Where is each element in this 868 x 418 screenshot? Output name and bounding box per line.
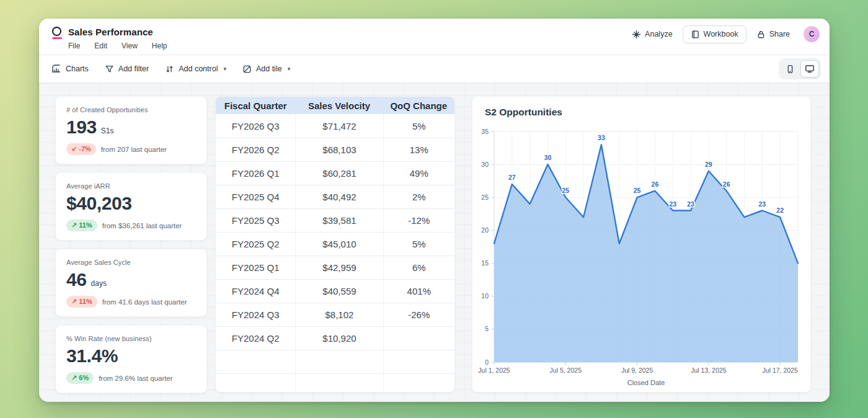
add-filter-button[interactable]: Add filter xyxy=(105,64,149,74)
table-cell[interactable]: FY2024 Q2 xyxy=(216,327,295,350)
table-cell[interactable]: $10,920 xyxy=(295,327,383,350)
table-cell[interactable]: FY2026 Q3 xyxy=(216,114,295,138)
y-axis-tick-label: 30 xyxy=(481,161,489,168)
chart-data-label: 30 xyxy=(544,154,552,161)
table-cell[interactable]: 401% xyxy=(383,280,454,303)
table-cell[interactable]: -26% xyxy=(383,303,454,326)
table-cell xyxy=(295,350,383,373)
table-cell[interactable]: FY2025 Q3 xyxy=(216,209,295,232)
table-cell[interactable]: $42,959 xyxy=(295,256,383,279)
table-cell[interactable]: $68,103 xyxy=(295,138,383,161)
table-row: FY2025 Q3$39,581-12% xyxy=(216,208,454,232)
kpi-card[interactable]: Average Sales Cycle46days↗ 11%from 41.6 … xyxy=(55,249,207,317)
menu-file[interactable]: File xyxy=(68,42,80,50)
column-header-sales-velocity[interactable]: Sales Velocity xyxy=(295,97,383,114)
s2-opportunities-area-chart[interactable]: 05101520253035Jul 1, 2025Jul 5, 2025Jul … xyxy=(472,124,812,393)
add-control-button[interactable]: Add control ▾ xyxy=(165,64,226,74)
chart-data-label: 23 xyxy=(759,200,766,208)
table-row: FY2024 Q3$8,102-26% xyxy=(216,303,454,326)
chart-data-label: 26 xyxy=(723,180,730,188)
table-cell[interactable]: FY2025 Q2 xyxy=(216,233,295,256)
table-cell[interactable]: 13% xyxy=(383,138,454,161)
menubar: File Edit View Help xyxy=(68,42,167,50)
table-cell[interactable]: $71,472 xyxy=(295,114,383,138)
column-header-qoq-change[interactable]: QoQ Change xyxy=(383,97,454,114)
y-axis-tick-label: 10 xyxy=(481,292,489,300)
y-axis-tick-label: 25 xyxy=(481,193,489,201)
device-toggle xyxy=(779,58,821,79)
table-cell[interactable]: 5% xyxy=(383,114,454,138)
chart-data-label: 23 xyxy=(669,200,676,208)
table-cell[interactable]: FY2026 Q1 xyxy=(216,162,295,185)
table-cell[interactable]: 5% xyxy=(383,233,454,256)
user-avatar[interactable]: C xyxy=(804,26,820,42)
table-cell[interactable]: FY2024 Q3 xyxy=(216,303,295,326)
y-axis-tick-label: 35 xyxy=(481,128,489,135)
kpi-column: # of Created Opportunities193S1s↙ -7%fro… xyxy=(55,96,207,393)
table-cell[interactable]: FY2026 Q2 xyxy=(216,138,295,161)
menu-help[interactable]: Help xyxy=(152,42,167,50)
table-cell[interactable]: 49% xyxy=(383,162,454,185)
table-cell[interactable]: $40,559 xyxy=(295,280,383,303)
workbook-button[interactable]: Workbook xyxy=(683,25,746,43)
chart-plot-area[interactable]: 05101520253035Jul 1, 2025Jul 5, 2025Jul … xyxy=(472,124,812,393)
table-row: FY2024 Q4$40,559401% xyxy=(216,279,454,303)
sales-velocity-table-tile[interactable]: Fiscal Quarter Sales Velocity QoQ Change… xyxy=(215,96,455,393)
workbook-title: Sales Performance xyxy=(68,27,153,37)
table-cell[interactable]: FY2025 Q1 xyxy=(216,256,295,279)
share-button[interactable]: Share xyxy=(751,26,795,43)
table-cell[interactable]: $40,492 xyxy=(295,185,383,208)
chart-data-label: 22 xyxy=(776,207,784,214)
column-header-fiscal-quarter[interactable]: Fiscal Quarter xyxy=(216,97,295,114)
kpi-compare-text: from 207 last quarter xyxy=(101,146,167,153)
add-tile-button[interactable]: Add tile ▾ xyxy=(242,64,290,74)
x-axis-title: Closed Date xyxy=(627,379,665,386)
kpi-card[interactable]: % Win Rate (new business)31.4%↗ 6%from 2… xyxy=(55,325,207,393)
table-row: FY2024 Q2$10,920 xyxy=(216,326,454,350)
charts-button[interactable]: Charts xyxy=(51,64,89,74)
table-header-row: Fiscal Quarter Sales Velocity QoQ Change xyxy=(216,97,454,114)
kpi-delta-badge: ↗ 11% xyxy=(66,220,97,231)
x-axis-tick-label: Jul 17, 2025 xyxy=(763,367,798,374)
table-row: FY2026 Q3$71,4725% xyxy=(216,114,454,138)
analyze-label: Analyze xyxy=(645,30,672,38)
table-cell[interactable]: $60,281 xyxy=(295,162,383,185)
toolbar-right xyxy=(779,58,821,79)
kpi-value-row: 31.4% xyxy=(66,345,196,367)
sigma-logo[interactable] xyxy=(52,27,63,39)
table-cell[interactable]: 2% xyxy=(383,185,454,208)
kpi-value-row: 46days xyxy=(66,269,196,290)
tile-icon xyxy=(242,64,252,74)
table-cell[interactable]: $39,581 xyxy=(295,209,383,232)
y-axis-tick-label: 20 xyxy=(481,226,489,234)
kpi-card[interactable]: # of Created Opportunities193S1s↙ -7%fro… xyxy=(55,96,207,164)
analyze-button[interactable]: Analyze xyxy=(626,26,678,43)
workbook-icon xyxy=(691,30,700,39)
chart-data-label: 23 xyxy=(687,200,694,208)
table-cell[interactable]: $45,010 xyxy=(295,233,383,256)
s2-opportunities-chart-tile[interactable]: S2 Opportunities 05101520253035Jul 1, 20… xyxy=(472,96,811,393)
table-body: FY2026 Q3$71,4725%FY2026 Q2$68,10313%FY2… xyxy=(216,114,454,393)
desktop-view-button[interactable] xyxy=(800,60,819,78)
kpi-value-row: 193S1s xyxy=(66,117,196,138)
workbook-header: Sales Performance File Edit View Help An… xyxy=(39,19,830,55)
kpi-label: Average iARR xyxy=(66,182,196,190)
table-cell[interactable]: FY2024 Q4 xyxy=(216,280,295,303)
menu-view[interactable]: View xyxy=(122,42,138,50)
table-cell xyxy=(383,350,454,373)
phone-icon xyxy=(786,64,795,74)
menu-edit[interactable]: Edit xyxy=(94,42,107,50)
table-cell[interactable]: FY2025 Q4 xyxy=(216,185,295,208)
table-cell[interactable]: -12% xyxy=(383,209,454,232)
table-cell[interactable]: $8,102 xyxy=(295,303,383,326)
kpi-value: 193 xyxy=(66,117,97,138)
table-cell[interactable]: 6% xyxy=(383,256,454,279)
chart-data-label: 29 xyxy=(705,161,712,168)
chart-data-label: 27 xyxy=(508,174,516,181)
table-cell xyxy=(383,374,454,393)
mobile-view-button[interactable] xyxy=(781,60,799,78)
kpi-card[interactable]: Average iARR$40,203↗ 11%from $36,261 las… xyxy=(55,172,207,241)
y-axis-tick-label: 0 xyxy=(485,358,489,366)
table-cell[interactable] xyxy=(383,327,454,350)
monitor-icon xyxy=(805,64,815,74)
